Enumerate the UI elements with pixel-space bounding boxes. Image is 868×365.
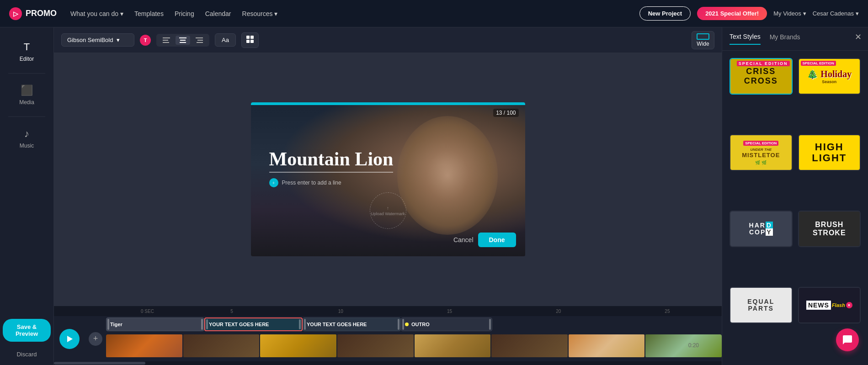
align-left-button[interactable] — [159, 36, 174, 45]
thumbnail-row — [106, 334, 722, 361]
style-card-newsflash[interactable]: NEWS Flash ✕ — [798, 287, 861, 323]
clip-handle-left[interactable] — [206, 319, 208, 329]
tab-text-styles[interactable]: Text Styles — [730, 33, 761, 45]
ruler-mark-5: 5 — [177, 309, 286, 314]
done-button[interactable]: Done — [478, 233, 516, 247]
logo[interactable]: ▷ PROMO — [9, 7, 57, 20]
center-content: Gibson SemiBold ▾ T Aa — [54, 27, 722, 365]
styles-grid: SPECIAL EDITION CRISS CROSS SPECIAL EDIT… — [722, 51, 868, 365]
style-card-crisscross[interactable]: SPECIAL EDITION CRISS CROSS — [730, 58, 793, 95]
discard-button[interactable]: Discard — [16, 351, 37, 358]
nav-calendar[interactable]: Calendar — [205, 10, 231, 17]
align-right-icon — [196, 37, 203, 43]
ruler-mark-20: 20 — [504, 309, 613, 314]
clip-handle-left[interactable] — [304, 319, 306, 330]
new-project-button[interactable]: New Project — [639, 6, 691, 21]
nav-right: New Project 2021 Special Offer! My Video… — [639, 6, 859, 21]
hardcopy-text: HARDCOPY — [749, 222, 773, 236]
clip-text-selected[interactable]: YOUR TEXT GOES HERE — [204, 317, 303, 331]
style-card-hardcopy[interactable]: HARDCOPY — [730, 211, 793, 247]
style-card-mistletoe[interactable]: SPECIAL EDITION Under The MISTLETOE 🌿 🌿 — [730, 134, 793, 171]
chevron-down-icon: ▾ — [120, 10, 123, 17]
holiday-subtext: Season — [822, 79, 836, 84]
clip-outro[interactable]: OUTRO — [401, 317, 492, 331]
my-videos-menu[interactable]: My Videos ▾ — [773, 10, 806, 17]
nav-templates[interactable]: Templates — [134, 10, 164, 17]
grid-view-button[interactable] — [241, 32, 259, 48]
chat-bubble-button[interactable] — [836, 328, 859, 351]
plus-icon: + — [269, 178, 278, 187]
add-clip-button[interactable]: + — [89, 332, 102, 346]
tab-my-brands[interactable]: My Brands — [770, 33, 800, 44]
nav-pricing[interactable]: Pricing — [175, 10, 194, 17]
cancel-button[interactable]: Cancel — [453, 236, 474, 243]
save-preview-button[interactable]: Save & Preview — [3, 319, 51, 342]
right-panel-header: Text Styles My Brands ✕ — [722, 27, 868, 51]
svg-marker-13 — [67, 336, 73, 342]
special-offer-button[interactable]: 2021 Special Offer! — [697, 7, 767, 20]
style-holiday: SPECIAL EDITION 🎄 Holiday Season — [799, 59, 860, 94]
style-brushstroke: BRUSHSTROKE — [799, 212, 860, 246]
play-button[interactable] — [59, 329, 80, 349]
text-overlay[interactable]: Mountain Lion + Press enter to add a lin… — [269, 148, 394, 187]
ruler-mark-10: 10 — [286, 309, 395, 314]
video-top-bar — [251, 102, 525, 105]
music-icon: ♪ — [24, 128, 29, 140]
plus-icon: + — [93, 334, 98, 344]
scrollbar-thumb[interactable] — [54, 362, 145, 365]
ruler-marks: 0 SEC 5 10 15 20 25 — [141, 309, 722, 314]
wide-button[interactable]: Wide — [692, 31, 714, 49]
clip-text-selected-label: YOUR TEXT GOES HERE — [209, 322, 269, 327]
user-menu[interactable]: Cesar Cadenas ▾ — [813, 10, 859, 17]
editor-toolbar: Gibson SemiBold ▾ T Aa — [54, 27, 722, 53]
style-card-brushstroke[interactable]: BRUSHSTROKE — [798, 211, 861, 247]
style-newsflash: NEWS Flash ✕ — [799, 288, 860, 323]
style-card-highlight[interactable]: HIGHLIGHT — [798, 134, 861, 171]
align-center-button[interactable] — [176, 36, 190, 45]
align-right-button[interactable] — [192, 36, 207, 45]
main-text[interactable]: Mountain Lion — [269, 148, 394, 173]
chevron-down-icon: ▾ — [803, 10, 806, 17]
ruler-mark-0: 0 SEC — [141, 309, 177, 314]
wide-icon — [697, 33, 709, 40]
press-enter-hint: + Press enter to add a line — [269, 178, 394, 187]
font-size-button[interactable]: Aa — [215, 33, 236, 47]
left-sidebar: T Editor ⬛ Media ♪ Music Save & Preview … — [0, 27, 54, 365]
svg-rect-9 — [246, 36, 250, 39]
newsflash-badge: ✕ — [846, 302, 852, 308]
timeline-tracks: + Tiger YOUR TEXT GOES HERE — [54, 316, 722, 361]
style-card-equalparts[interactable]: EQUALPARTS — [730, 287, 793, 323]
right-panel: Text Styles My Brands ✕ SPECIAL EDITION … — [722, 27, 868, 365]
sidebar-item-editor[interactable]: T Editor — [3, 37, 51, 67]
style-mistletoe: SPECIAL EDITION Under The MISTLETOE 🌿 🌿 — [730, 135, 792, 170]
video-canvas[interactable]: 13 / 100 Mountain Lion + Press enter to … — [251, 102, 525, 256]
clip-text2[interactable]: YOUR TEXT GOES HERE — [303, 317, 401, 331]
clip-handle-right[interactable] — [201, 319, 203, 330]
nav-resources[interactable]: Resources ▾ — [242, 10, 278, 17]
style-card-holiday[interactable]: SPECIAL EDITION 🎄 Holiday Season — [798, 58, 861, 95]
clip-handle-right[interactable] — [398, 319, 399, 330]
special-badge: SPECIAL EDITION — [801, 61, 836, 66]
main-layout: T Editor ⬛ Media ♪ Music Save & Preview … — [0, 27, 868, 365]
newsflash-content: NEWS Flash ✕ — [806, 301, 852, 310]
panel-close-button[interactable]: ✕ — [855, 32, 862, 42]
font-selector[interactable]: Gibson SemiBold ▾ — [61, 33, 134, 47]
timeline-area: 0 SEC 5 10 15 20 25 + — [54, 306, 722, 365]
sidebar-item-media[interactable]: ⬛ Media — [3, 80, 51, 110]
clip-handle-right[interactable] — [489, 319, 491, 330]
upload-watermark[interactable]: ↑ Upload Watermark — [370, 192, 406, 229]
sidebar-item-music[interactable]: ♪ Music — [3, 123, 51, 153]
nav-what-you-can-do[interactable]: What you can do ▾ — [70, 10, 123, 17]
clip-handle-left[interactable] — [107, 319, 109, 330]
clip-handle-right[interactable] — [299, 319, 301, 329]
style-highlight: HIGHLIGHT — [799, 135, 860, 170]
clip-handle-left[interactable] — [402, 319, 404, 330]
text-color-picker[interactable]: T — [140, 35, 151, 46]
track-row-clips: Tiger YOUR TEXT GOES HERE YOUR TEXT GOES… — [106, 316, 722, 333]
timeline-scrollbar[interactable] — [54, 361, 722, 365]
mistletoe-line1: Under The — [750, 148, 772, 152]
text-icon: T — [24, 41, 30, 53]
nav-items: What you can do ▾ Templates Pricing Cale… — [70, 10, 626, 17]
clip-tiger[interactable]: Tiger — [106, 317, 204, 331]
thumb-grass — [645, 334, 722, 357]
